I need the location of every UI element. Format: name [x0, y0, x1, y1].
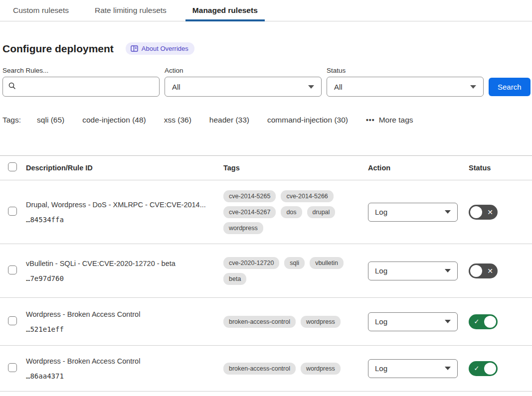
table-row: Wordpress - Broken Access Control …521e1…	[0, 298, 532, 346]
status-filter-select[interactable]: All	[327, 77, 484, 97]
row-checkbox[interactable]	[8, 207, 17, 216]
rule-status-toggle[interactable]: ✕	[469, 205, 498, 220]
status-filter-label: Status	[327, 67, 484, 74]
rule-id: …86aa4371	[26, 372, 211, 380]
row-checkbox[interactable]	[8, 265, 17, 274]
rule-status-toggle[interactable]: ✓	[469, 314, 498, 329]
rule-tags: broken-access-controlwordpress	[223, 316, 368, 328]
toggle-state-icon: ✕	[483, 205, 498, 220]
search-icon	[8, 82, 16, 92]
rule-action-value: Log	[375, 208, 387, 216]
search-rules-input[interactable]	[20, 83, 154, 91]
tags-bar-label: Tags:	[2, 116, 21, 125]
page-title: Configure deployment	[2, 43, 114, 55]
chevron-down-icon	[470, 85, 476, 89]
rules-table: Description/Rule ID Tags Action Status D…	[0, 155, 532, 392]
more-tags-button[interactable]: ••• More tags	[366, 116, 413, 125]
rule-id: …521e1eff	[26, 325, 211, 333]
rule-tag-pill: beta	[223, 273, 246, 285]
select-all-checkbox[interactable]	[8, 162, 17, 171]
search-button[interactable]: Search	[489, 78, 531, 96]
rule-tag-pill: drupal	[307, 206, 336, 218]
rule-tag-pill: cve-2014-5267	[223, 206, 276, 218]
rule-description: vBulletin - SQLi - CVE:CVE-2020-12720 - …	[26, 259, 211, 268]
rule-tag-pill: broken-access-control	[223, 363, 296, 375]
toggle-knob	[484, 316, 496, 328]
rule-id: …84534ffa	[26, 216, 211, 224]
chevron-down-icon	[445, 269, 451, 272]
tag-filter-sqli[interactable]: sqli (65)	[37, 116, 64, 125]
toggle-knob	[470, 265, 482, 277]
rule-action-value: Log	[375, 266, 387, 275]
tag-filter-header[interactable]: header (33)	[209, 116, 249, 125]
rule-description: Wordpress - Broken Access Control	[26, 310, 211, 319]
tab-managed-rulesets[interactable]: Managed rulesets	[191, 1, 259, 21]
tag-filter-command-injection[interactable]: command-injection (30)	[267, 116, 348, 125]
rule-tag-pill: dos	[281, 206, 302, 218]
about-overrides-link[interactable]: About Overrides	[126, 42, 194, 55]
rule-tag-pill: cve-2014-5266	[281, 190, 333, 202]
chevron-down-icon	[445, 210, 451, 214]
action-filter-value: All	[172, 83, 180, 91]
chevron-down-icon	[445, 320, 451, 323]
toggle-knob	[484, 363, 496, 375]
search-rules-box	[2, 77, 160, 97]
chevron-down-icon	[308, 85, 314, 89]
rule-tag-pill: vbulletin	[310, 257, 344, 269]
toggle-state-icon: ✓	[469, 314, 484, 329]
rule-tags: broken-access-controlwordpress	[223, 363, 368, 375]
rule-action-select[interactable]: Log	[368, 312, 458, 331]
rule-tag-pill: broken-access-control	[223, 316, 296, 328]
rule-tag-pill: wordpress	[301, 316, 341, 328]
rule-status-toggle[interactable]: ✓	[469, 361, 498, 376]
heading-row: Configure deployment About Overrides	[2, 42, 532, 55]
tab-rate-limiting-rulesets[interactable]: Rate limiting rulesets	[94, 1, 168, 21]
toggle-state-icon: ✕	[483, 264, 498, 278]
tags-bar: Tags: sqli (65) code-injection (48) xss …	[2, 116, 532, 125]
table-row: Wordpress - Broken Access Control …86aa4…	[0, 346, 532, 392]
more-tags-label: More tags	[379, 116, 413, 125]
row-checkbox[interactable]	[8, 363, 17, 372]
status-filter-value: All	[334, 83, 343, 91]
rule-tags: cve-2020-12720sqlivbulletinbeta	[223, 257, 368, 285]
rule-action-value: Log	[375, 364, 387, 373]
filters-row: Search Rules... Action All Status All Se…	[2, 67, 530, 97]
rule-action-select[interactable]: Log	[368, 203, 458, 222]
column-header-action: Action	[368, 164, 469, 172]
rule-tag-pill: cve-2014-5265	[223, 190, 276, 202]
rule-action-value: Log	[375, 317, 387, 326]
about-overrides-label: About Overrides	[142, 45, 188, 52]
toggle-knob	[470, 206, 482, 218]
rule-tag-pill: cve-2020-12720	[223, 257, 279, 269]
ellipsis-icon: •••	[366, 116, 375, 124]
chevron-down-icon	[445, 367, 451, 370]
column-header-status: Status	[469, 164, 532, 172]
book-icon	[131, 45, 138, 52]
column-header-tags: Tags	[223, 164, 368, 172]
table-header-row: Description/Rule ID Tags Action Status	[0, 156, 532, 180]
rule-id: …7e97d760	[26, 274, 211, 282]
tab-custom-rulesets[interactable]: Custom rulesets	[12, 1, 70, 21]
action-filter-select[interactable]: All	[165, 77, 322, 97]
search-rules-label: Search Rules...	[2, 67, 160, 74]
rule-action-select[interactable]: Log	[368, 262, 458, 280]
action-filter-label: Action	[165, 67, 322, 74]
toggle-state-icon: ✓	[469, 361, 484, 376]
rule-status-toggle[interactable]: ✕	[469, 264, 498, 278]
rule-tag-pill: wordpress	[301, 363, 341, 375]
rule-description: Wordpress - Broken Access Control	[26, 357, 211, 366]
rule-tag-pill: wordpress	[223, 222, 263, 234]
tag-filter-code-injection[interactable]: code-injection (48)	[82, 116, 146, 125]
column-header-description: Description/Rule ID	[26, 164, 223, 172]
table-row: Drupal, Wordpress - DoS - XMLRPC - CVE:C…	[0, 180, 532, 244]
rule-description: Drupal, Wordpress - DoS - XMLRPC - CVE:C…	[26, 200, 211, 210]
rule-action-select[interactable]: Log	[368, 359, 458, 378]
table-row: vBulletin - SQLi - CVE:CVE-2020-12720 - …	[0, 244, 532, 298]
ruleset-tabbar: Custom rulesets Rate limiting rulesets M…	[0, 0, 532, 21]
tag-filter-xss[interactable]: xss (36)	[164, 116, 191, 125]
rule-tags: cve-2014-5265cve-2014-5266cve-2014-5267d…	[223, 190, 368, 234]
rule-tag-pill: sqli	[284, 257, 305, 269]
table-body: Drupal, Wordpress - DoS - XMLRPC - CVE:C…	[0, 180, 532, 392]
row-checkbox[interactable]	[8, 316, 17, 325]
